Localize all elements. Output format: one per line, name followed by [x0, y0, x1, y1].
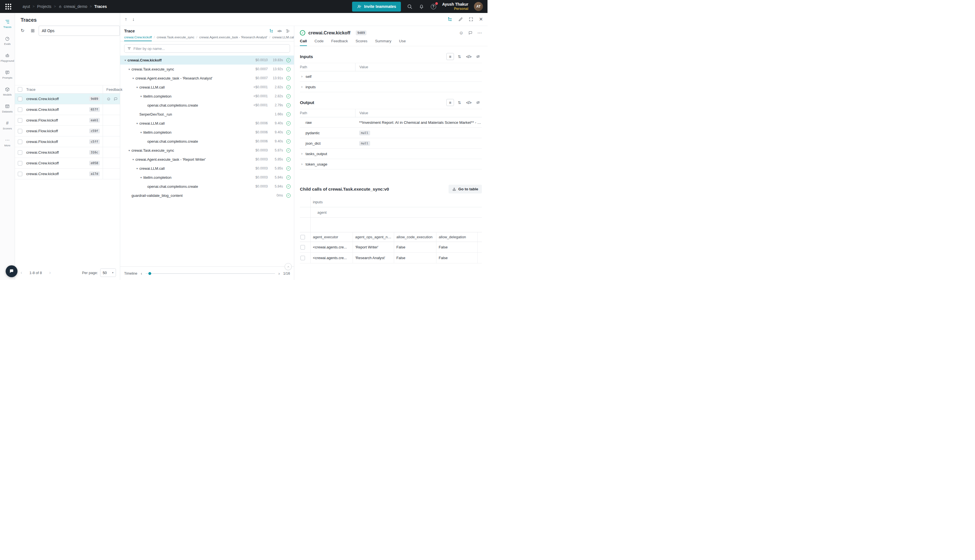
- timeline-prev-icon[interactable]: ‹: [141, 271, 142, 276]
- output-row-pydantic[interactable]: pydantic null: [300, 128, 482, 138]
- raw-output-value[interactable]: **Investment Report: AI in Chemical and …: [359, 120, 482, 125]
- chevron-down-icon[interactable]: ▾: [131, 158, 135, 161]
- tab-task-execute-sync[interactable]: crewai.Task.execute_sync: [157, 35, 194, 41]
- table-row[interactable]: crewai.Crew.kickoff a17d: [15, 168, 120, 179]
- trace-name[interactable]: crewai.Crew.kickoff: [26, 172, 89, 176]
- manage-columns-icon[interactable]: [28, 27, 37, 35]
- collapse-timeline-button[interactable]: [285, 263, 292, 270]
- trace-tree-row[interactable]: openai.chat.completions.create <$0.0001 …: [120, 101, 294, 110]
- chevron-down-icon[interactable]: ▾: [139, 131, 143, 134]
- trace-name[interactable]: crewai.Crew.kickoff: [26, 97, 89, 101]
- breadcrumb-project[interactable]: crewai_demo: [58, 4, 87, 9]
- trace-tree-row[interactable]: openai.chat.completions.create $0.0003 5…: [120, 182, 294, 191]
- toggle-tree-icon[interactable]: [447, 17, 452, 22]
- timeline-next-icon[interactable]: ›: [279, 271, 280, 276]
- ops-filter-select[interactable]: All Ops: [38, 26, 120, 36]
- table-row[interactable]: <crewai.agents.cre... 'Report Writer' Fa…: [300, 242, 482, 253]
- trace-tree-row[interactable]: ▾ crewai.Agent.execute_task - 'Report Wr…: [120, 155, 294, 164]
- edit-pencil-icon[interactable]: [458, 17, 463, 22]
- row-checkbox[interactable]: [301, 245, 305, 250]
- flame-graph-icon[interactable]: [285, 29, 290, 33]
- trace-name[interactable]: crewai.Flow.kickoff: [26, 140, 89, 144]
- trace-tree-row[interactable]: ▾ crewai.Task.execute_sync $0.0003 5.87s…: [120, 146, 294, 155]
- feedback-column-header[interactable]: Feedback: [103, 87, 120, 92]
- tab-call[interactable]: Call: [300, 39, 307, 46]
- trace-tree-row[interactable]: SerperDevTool._run 1.66s ✓: [120, 110, 294, 119]
- sidebar-item-playground[interactable]: Playground: [0, 50, 14, 65]
- output-row-raw[interactable]: raw **Investment Report: AI in Chemical …: [300, 117, 482, 128]
- trace-name[interactable]: crewai.Flow.kickoff: [26, 129, 89, 133]
- table-row[interactable]: crewai.Flow.kickoff c59f: [15, 126, 120, 137]
- tab-feedback[interactable]: Feedback: [331, 39, 348, 46]
- column-header[interactable]: allow_delegation: [439, 235, 466, 239]
- trace-tree-row[interactable]: ▾ crewai.Task.execute_sync $0.0007 13.92…: [120, 65, 294, 73]
- search-icon[interactable]: [407, 3, 413, 10]
- trace-tree-row[interactable]: ▾ crewai.LLM.call $0.0003 5.85s ✓: [120, 164, 294, 173]
- tab-use[interactable]: Use: [399, 39, 406, 46]
- column-header[interactable]: allow_code_execution: [396, 235, 432, 239]
- table-row[interactable]: crewai.Crew.kickoff 657f: [15, 104, 120, 115]
- breadcrumb-entity[interactable]: ayut: [23, 4, 30, 9]
- wandb-logo-icon[interactable]: [5, 3, 12, 10]
- chevron-right-icon[interactable]: ›: [300, 162, 304, 166]
- table-row[interactable]: <crewai.agents.cre... 'Research Analyst'…: [300, 253, 482, 263]
- row-checkbox[interactable]: [18, 107, 22, 112]
- tree-view-icon[interactable]: [269, 29, 274, 33]
- hide-values-eye-icon[interactable]: [474, 53, 482, 60]
- prev-page-button[interactable]: ‹: [21, 270, 22, 275]
- user-menu[interactable]: Ayush Thakur Personal: [442, 2, 468, 11]
- row-checkbox[interactable]: [18, 161, 22, 165]
- next-call-icon[interactable]: ↓: [132, 17, 135, 22]
- input-row-inputs[interactable]: › inputs: [300, 82, 482, 92]
- detail-scroll-area[interactable]: Inputs ≡ ⇅ </>: [294, 46, 488, 280]
- close-icon[interactable]: ✕: [479, 17, 483, 22]
- chevron-down-icon[interactable]: ▾: [135, 122, 139, 125]
- chevron-down-icon[interactable]: ▾: [123, 58, 127, 62]
- trace-tree-row[interactable]: ▾ crewai.Crew.kickoff $0.0010 19.83s ✓: [120, 55, 294, 65]
- list-view-icon[interactable]: ≡: [446, 53, 454, 60]
- refresh-icon[interactable]: ↻: [18, 27, 27, 35]
- row-checkbox[interactable]: [18, 140, 22, 144]
- expand-rows-icon[interactable]: ⇅: [456, 53, 463, 60]
- add-comment-icon[interactable]: [468, 31, 472, 35]
- op-filter-input[interactable]: [134, 47, 287, 51]
- feedback-emoji-icon[interactable]: ☺: [106, 97, 111, 101]
- trace-tree-row[interactable]: ▾ litellm.completion <$0.0001 2.82s ✓: [120, 92, 294, 101]
- tab-crew-kickoff[interactable]: crewai.Crew.kickoff: [124, 35, 152, 41]
- sidebar-item-traces[interactable]: Traces: [0, 16, 14, 32]
- row-checkbox[interactable]: [18, 118, 22, 123]
- chat-support-button[interactable]: [6, 265, 17, 277]
- chevron-down-icon[interactable]: ▾: [135, 86, 139, 89]
- code-view-icon[interactable]: </>: [277, 29, 282, 33]
- chevron-down-icon[interactable]: ▾: [139, 95, 143, 98]
- trace-tree-row[interactable]: ▾ crewai.LLM.call $0.0006 9.40s ✓: [120, 119, 294, 128]
- table-row[interactable]: crewai.Crew.kickoff 9d89 ☺: [15, 93, 120, 104]
- feedback-comment-icon[interactable]: [114, 97, 118, 101]
- sidebar-item-models[interactable]: Models: [0, 83, 14, 99]
- trace-column-header[interactable]: Trace: [26, 87, 100, 92]
- next-page-button[interactable]: ›: [49, 270, 50, 275]
- trace-name[interactable]: crewai.Crew.kickoff: [26, 150, 89, 155]
- output-row-json-dict[interactable]: json_dict null: [300, 138, 482, 148]
- hide-values-eye-icon[interactable]: [474, 99, 482, 106]
- chevron-right-icon[interactable]: ›: [300, 75, 304, 78]
- tab-code[interactable]: Code: [315, 39, 324, 46]
- output-row-tasks-output[interactable]: › tasks_output: [300, 148, 482, 159]
- fullscreen-expand-icon[interactable]: [469, 17, 473, 22]
- row-checkbox[interactable]: [18, 172, 22, 176]
- timeline-slider-handle[interactable]: [149, 272, 151, 275]
- table-row[interactable]: crewai.Crew.kickoff 316c: [15, 147, 120, 158]
- table-row[interactable]: crewai.Flow.kickoff eab1: [15, 115, 120, 126]
- row-checkbox[interactable]: [301, 256, 305, 260]
- code-view-icon[interactable]: </>: [465, 99, 472, 106]
- trace-tree-row[interactable]: ▾ crewai.Agent.execute_task - 'Research …: [120, 73, 294, 83]
- help-icon[interactable]: ?: [430, 3, 436, 10]
- sidebar-item-more[interactable]: ⋯ More: [0, 134, 14, 150]
- chevron-down-icon[interactable]: ▾: [135, 167, 139, 170]
- invite-teammates-button[interactable]: Invite teammates: [352, 2, 401, 12]
- row-checkbox[interactable]: [18, 97, 22, 101]
- overflow-menu-icon[interactable]: ⋯: [477, 31, 482, 35]
- table-row[interactable]: crewai.Flow.kickoff c5ff: [15, 137, 120, 147]
- add-reaction-icon[interactable]: ☺: [459, 31, 464, 35]
- row-checkbox[interactable]: [18, 150, 22, 155]
